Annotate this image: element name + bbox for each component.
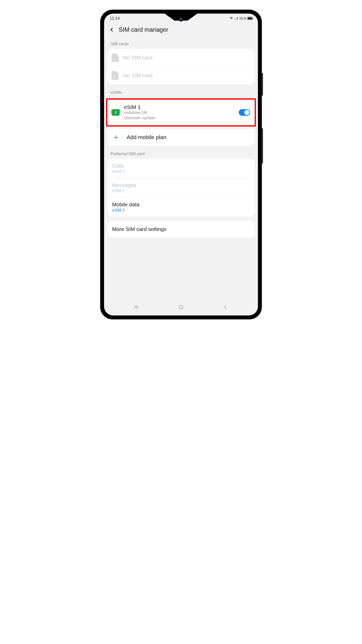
add-mobile-plan[interactable]: Add mobile plan <box>107 129 255 146</box>
sim-slot-number: 2 <box>113 75 115 79</box>
highlight-annotation: 2 eSIM 1 vodafone UK Unknown number <box>106 98 256 127</box>
spacer <box>104 242 258 274</box>
section-label-esims: eSIMs <box>104 88 258 97</box>
pref-data-value: eSIM 1 <box>112 208 250 213</box>
status-indicators: 91% <box>229 16 252 20</box>
preferred-mobile-data[interactable]: Mobile data eSIM 1 <box>107 197 255 217</box>
nav-back[interactable] <box>223 304 228 311</box>
svg-rect-2 <box>236 18 237 20</box>
section-label-sim-cards: SIM cards <box>104 40 258 49</box>
preferred-calls[interactable]: Calls eSIM 1 <box>107 159 255 178</box>
pref-data-label: Mobile data <box>112 202 250 208</box>
sim-slot-2[interactable]: 2 No SIM card <box>107 66 255 84</box>
section-label-preferred: Preferred SIM card <box>104 150 258 159</box>
esim-name: eSIM 1 <box>124 104 231 110</box>
nav-recents[interactable] <box>134 304 139 311</box>
pref-messages-label: Messages <box>112 182 250 188</box>
recents-icon <box>134 304 139 310</box>
esim-number: Unknown number <box>124 115 231 121</box>
svg-rect-0 <box>235 19 235 20</box>
esim-carrier: vodafone UK <box>124 110 231 115</box>
add-plan-card: Add mobile plan <box>107 129 255 146</box>
side-button-2 <box>261 128 263 164</box>
battery-percent: 91% <box>239 16 246 20</box>
screen: 11:14 91% SIM card manager SIM cards 1 N… <box>104 14 258 315</box>
wifi-icon <box>229 16 233 20</box>
svg-rect-3 <box>237 17 238 20</box>
pref-calls-label: Calls <box>112 163 250 169</box>
more-settings-label: More SIM card settings <box>112 226 166 232</box>
pref-messages-value: eSIM 1 <box>112 189 250 193</box>
more-sim-settings[interactable]: More SIM card settings <box>107 221 255 238</box>
sim-slot-1[interactable]: 1 No SIM card <box>107 49 255 66</box>
preferred-card: Calls eSIM 1 Messages eSIM 1 Mobile data… <box>107 159 255 217</box>
esim-info: eSIM 1 vodafone UK Unknown number <box>124 104 231 121</box>
chevron-left-icon <box>109 27 115 33</box>
front-camera <box>179 17 183 22</box>
sim-icon: 1 <box>112 53 119 62</box>
sim-slot-number: 1 <box>113 57 115 61</box>
sim-icon: 2 <box>112 71 119 80</box>
status-time: 11:14 <box>110 16 120 21</box>
svg-rect-1 <box>236 18 236 20</box>
battery-icon <box>247 17 252 20</box>
esim-row[interactable]: 2 eSIM 1 vodafone UK Unknown number <box>107 100 255 125</box>
side-button-1 <box>261 73 263 96</box>
preferred-messages[interactable]: Messages eSIM 1 <box>107 178 255 197</box>
svg-rect-4 <box>179 306 183 309</box>
phone-frame: 11:14 91% SIM card manager SIM cards 1 N… <box>101 10 261 319</box>
back-icon <box>223 304 228 310</box>
esim-card: 2 eSIM 1 vodafone UK Unknown number <box>107 100 255 125</box>
sim-cards-card: 1 No SIM card 2 No SIM card <box>107 49 255 84</box>
esim-toggle-wrap <box>236 109 250 116</box>
more-settings-card: More SIM card settings <box>107 221 255 238</box>
app-header: SIM card manager <box>104 22 258 40</box>
esim-chip-icon: 2 <box>112 109 119 116</box>
navigation-bar <box>104 301 258 315</box>
sim-slot-text: No SIM card <box>123 72 250 78</box>
sim-slot-text: No SIM card <box>123 55 250 61</box>
back-button[interactable] <box>109 26 115 33</box>
plus-icon <box>113 134 119 141</box>
page-title: SIM card manager <box>119 26 168 33</box>
esim-chip-number: 2 <box>115 110 116 114</box>
home-icon <box>178 304 184 310</box>
signal-icon <box>234 16 238 20</box>
esim-toggle[interactable] <box>239 109 250 116</box>
pref-calls-value: eSIM 1 <box>112 169 250 174</box>
toggle-separator <box>236 109 236 116</box>
add-plan-label: Add mobile plan <box>127 134 166 141</box>
nav-home[interactable] <box>178 304 184 311</box>
